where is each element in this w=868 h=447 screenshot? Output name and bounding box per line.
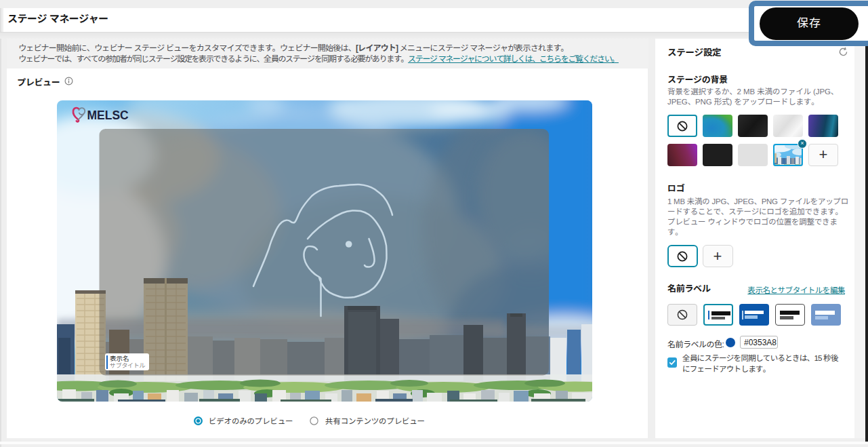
svg-text:MELSC: MELSC (87, 109, 129, 122)
